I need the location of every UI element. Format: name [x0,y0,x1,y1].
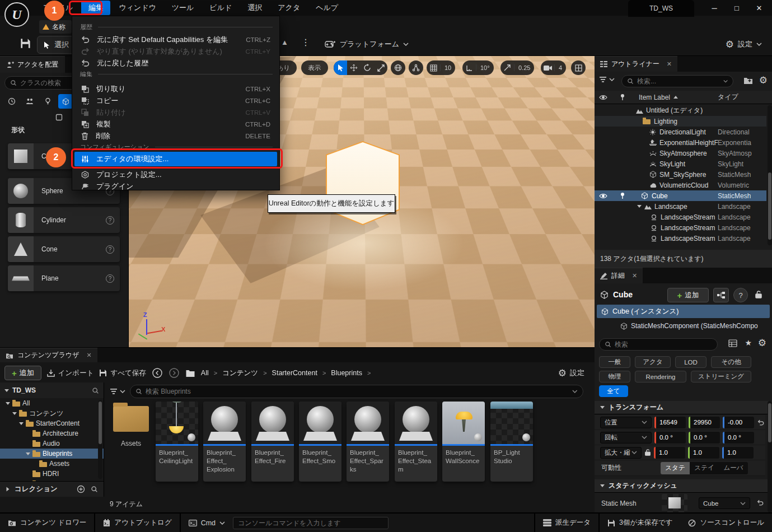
help-icon[interactable]: ? [733,288,748,302]
menu-item-undo[interactable]: 元に戻す Set Default Capabilities を編集 CTRL+Z [74,34,277,45]
asset-blueprint-effect-smoke[interactable]: Blueprint_ Effect_Smo [299,402,341,482]
add-component-button[interactable]: +追加 [667,288,709,302]
info-icon[interactable]: ? [106,245,114,254]
blueprint-button[interactable] [713,288,729,302]
recent-category-icon[interactable] [4,94,19,109]
tree-node-all[interactable]: All [0,398,104,408]
details-search-input[interactable] [615,340,712,348]
component-tree-root-cube-instance[interactable]: Cube (インスタンス) [597,305,770,318]
world-space-toggle[interactable] [391,60,405,75]
content-add-button[interactable]: +追加 [4,366,41,380]
menu-item-copy[interactable]: コピー CTRL+C [74,95,277,106]
filter-tab-general[interactable]: 一般 [599,356,630,368]
rotation-z-field[interactable]: 0.0 ° [723,432,754,444]
reset-mesh-icon[interactable] [757,500,764,506]
asset-blueprint-wallsconce[interactable]: Blueprint_ WallSconce [442,402,485,482]
import-button[interactable]: インポート [47,368,94,378]
filter-tab-all[interactable]: 全て [599,385,628,397]
favorites-star-icon[interactable]: ★ [745,338,752,347]
breadcrumb-content[interactable]: コンテンツ [222,368,258,378]
close-icon[interactable]: ✕ [632,272,637,279]
minimize-button[interactable]: ─ [707,4,722,12]
tree-node-startercontent[interactable]: StarterContent [0,418,104,428]
asset-folder-assets[interactable]: Assets [110,402,152,447]
source-control-button[interactable]: ソースコントロール [680,514,772,532]
eject-icon[interactable]: ▲ [281,38,288,46]
place-shape-plane[interactable]: Plane ? [8,265,120,291]
position-z-field[interactable]: -0.00 [723,417,754,428]
scale-snap-value[interactable]: 0.25 [514,64,534,71]
filter-tab-lod[interactable]: LOD [675,356,707,368]
outliner-row-cube-selected[interactable]: Cube StaticMesh [595,190,766,201]
outliner-row-lighting-folder[interactable]: Lighting [595,116,766,127]
close-icon[interactable]: ✕ [87,352,92,359]
tree-node-audio[interactable]: Audio [0,438,104,449]
surface-snap-toggle[interactable] [409,60,423,75]
tree-scrollbar[interactable] [98,400,102,479]
output-log-button[interactable]: アウトプットログ [95,514,180,532]
show-flags-button[interactable]: 表示 [301,60,328,75]
rotation-snap-value[interactable]: 10° [476,64,494,71]
camera-speed-icon[interactable] [541,60,554,75]
place-shape-cone[interactable]: Cone ? [8,236,120,262]
scale-tool-button[interactable] [374,60,387,75]
component-staticmesh[interactable]: StaticMeshComponent (StaticMeshCompo [620,320,758,332]
new-folder-button[interactable] [743,76,753,85]
shapes-subcategory-icon[interactable] [52,110,66,124]
platforms-dropdown[interactable]: プラットフォーム [320,35,413,54]
outliner-row-landscapestream-3[interactable]: LandscapeStream Landscape [595,233,766,244]
asset-blueprint-effect-explosion[interactable]: Blueprint_ Effect_ Explosion [203,402,246,482]
menu-window[interactable]: ウィンドウ [111,1,163,15]
outliner-row-untitled[interactable]: Untitled (エディタ) [595,105,766,116]
move-tool-button[interactable] [347,60,361,75]
mobility-stationary-option[interactable]: ステイ [690,462,719,474]
info-icon[interactable]: ? [106,274,114,283]
collections-bar[interactable]: コレクション [0,481,104,497]
viewport-layout-button[interactable] [571,60,586,75]
outliner-filter-button[interactable] [599,76,615,83]
display-mode-icon[interactable] [728,339,737,347]
tab-content-browser[interactable]: コンテンツブラウザ ✕ [0,348,97,362]
position-x-field[interactable]: 16549 [654,417,686,428]
eye-column-icon[interactable] [599,95,607,100]
scale-x-field[interactable]: 1.0 [654,447,685,459]
shapes-category-icon[interactable] [58,94,73,109]
menu-select[interactable]: 選択 [240,1,269,15]
save-level-button[interactable] [20,38,31,49]
select-tool-button[interactable] [334,60,347,75]
position-dropdown[interactable]: 位置 [600,417,652,428]
asset-search[interactable] [130,385,583,398]
outliner-row-exponentialheightfog[interactable]: ExponentialHeightF Exponentia [595,137,766,148]
filter-tab-rendering[interactable]: Rendering [635,371,686,382]
search-icon[interactable] [92,387,99,394]
console-command-input[interactable] [233,517,389,529]
content-source-root[interactable]: TD_WS [0,382,104,398]
close-button[interactable]: ✕ [752,4,766,12]
info-icon[interactable]: ? [106,216,114,225]
mobility-static-option[interactable]: スタテ [661,462,690,474]
grid-snap-toggle[interactable] [427,60,440,75]
scale-lock-icon[interactable] [644,449,651,456]
filter-tab-physics[interactable]: 物理 [599,371,630,382]
asset-blueprint-effect-sparks[interactable]: Blueprint_ Effect_Sparks [347,402,389,482]
outliner-search[interactable] [621,75,733,87]
basic-category-icon[interactable] [22,94,37,109]
outliner-scrollbar[interactable] [768,105,772,245]
grid-snap-value[interactable]: 10 [440,64,455,71]
outliner-search-input[interactable] [637,77,720,85]
tree-node-architecture[interactable]: Architecture [0,428,104,438]
scale-y-field[interactable]: 1.0 [688,447,719,459]
maximize-button[interactable]: □ [729,4,744,12]
outliner-row-directionallight[interactable]: DirectionalLight Directional [595,127,766,137]
more-options-icon[interactable]: ⋮ [301,37,310,48]
close-icon[interactable]: ✕ [667,60,672,68]
outliner-settings-gear-icon[interactable]: ⚙ [759,76,768,85]
derived-data-button[interactable]: 派生データ [534,514,600,532]
tree-node-content[interactable]: コンテンツ [0,408,104,418]
filter-tab-misc[interactable]: その他 [711,356,751,368]
outliner-row-skysphere[interactable]: SM_SkySphere StaticMesh [595,169,766,180]
asset-blueprint-effect-fire[interactable]: Blueprint_ Effect_Fire [251,402,294,482]
unsaved-button[interactable]: 3個が未保存です [600,514,680,532]
lights-category-icon[interactable] [40,94,55,109]
chevron-down-icon[interactable] [572,390,578,393]
